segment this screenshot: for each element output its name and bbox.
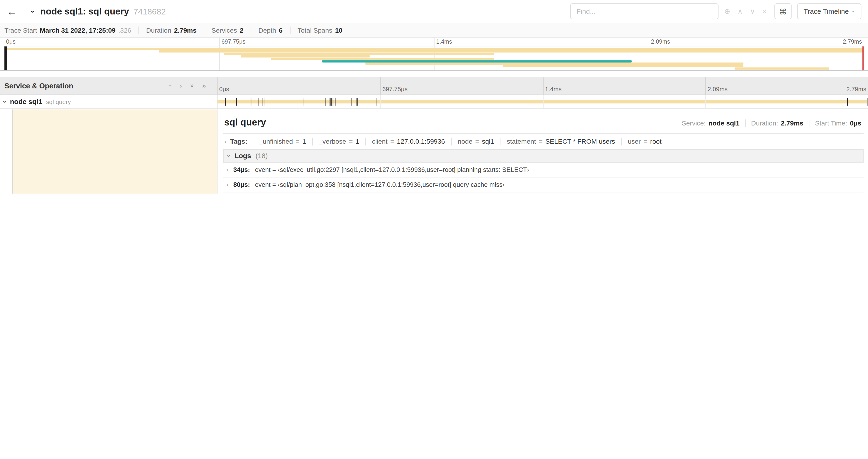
trace-summary-item: Depth6 xyxy=(251,26,290,34)
minimap-canvas[interactable] xyxy=(4,46,864,71)
span-meta-item: Duration:2.79ms xyxy=(745,120,809,127)
logs-list: ›34μs:event = ‹sql/exec_util.go:2297 [ns… xyxy=(223,163,864,194)
grid-line xyxy=(543,95,543,108)
logs-count: (18) xyxy=(255,152,268,160)
span-detail-panel: sql query Service:node sql1Duration:2.79… xyxy=(223,113,864,194)
tags-row[interactable]: › Tags: _unfinished=1_verbose=1client=12… xyxy=(223,134,864,149)
expand-all-icon[interactable]: » xyxy=(202,82,206,90)
summary-label: Total Spans xyxy=(298,26,332,34)
timeline-minimap: 0μs697.75μs1.4ms2.09ms2.79ms xyxy=(0,38,868,71)
view-selector-label: Trace Timeline xyxy=(804,7,849,15)
tag-key: user xyxy=(628,138,641,145)
log-marker-tick xyxy=(225,98,226,106)
collapse-one-icon[interactable]: › xyxy=(166,85,174,87)
equals-sign: = xyxy=(475,138,479,145)
tag-item: client=127.0.0.1:59936 xyxy=(365,138,451,145)
axis-tick-label: 2.09ms xyxy=(651,38,670,45)
content-area: sql query Service:node sql1Duration:2.79… xyxy=(0,109,868,194)
locate-icon[interactable]: ⊕ xyxy=(724,7,730,15)
log-entry[interactable]: ›142μs:event = ‹sql/catalog/lease/descri… xyxy=(223,192,864,194)
summary-value: 2 xyxy=(240,26,244,34)
equals-sign: = xyxy=(644,138,648,145)
trace-summary-item: Services2 xyxy=(204,26,251,34)
tag-key: statement xyxy=(507,138,536,145)
trace-summary-item: Trace StartMarch 31 2022, 17:25:09.326 xyxy=(4,26,138,34)
log-event-text: event = ‹sql/exec_util.go:2297 [nsql1,cl… xyxy=(255,166,529,173)
summary-value: 2.79ms xyxy=(174,26,197,34)
tag-item: _verbose=1 xyxy=(312,138,365,145)
meta-label: Duration: xyxy=(751,120,778,127)
logs-title: Logs xyxy=(235,152,251,160)
tags-list: _unfinished=1_verbose=1client=127.0.0.1:… xyxy=(253,138,668,145)
minimap-left-scrubber[interactable] xyxy=(4,46,7,71)
span-detail-title: sql query xyxy=(224,117,266,128)
log-marker-tick xyxy=(352,98,352,106)
log-marker-tick xyxy=(251,98,251,106)
log-marker-tick xyxy=(847,98,848,106)
log-marker-tick xyxy=(258,98,259,106)
equals-sign: = xyxy=(391,138,394,145)
trace-summary-item: Total Spans10 xyxy=(290,26,349,34)
collapse-all-icon[interactable]: » xyxy=(188,84,196,88)
equals-sign: = xyxy=(349,138,353,145)
minimap-span-bar xyxy=(271,58,494,60)
log-entry[interactable]: ›80μs:event = ‹sql/plan_opt.go:358 [nsql… xyxy=(223,177,864,192)
selected-span-tint xyxy=(13,109,217,194)
equals-sign: = xyxy=(296,138,300,145)
back-button[interactable]: ← xyxy=(6,3,25,20)
log-entry[interactable]: ›34μs:event = ‹sql/exec_util.go:2297 [ns… xyxy=(223,163,864,177)
span-operation-name: sql query xyxy=(46,98,71,105)
minimap-span-bar xyxy=(4,48,864,50)
summary-value: March 31 2022, 17:25:09 xyxy=(40,26,116,34)
grid-line xyxy=(543,77,543,95)
timeline-ruler[interactable]: 0μs697.75μs1.4ms2.09ms2.79ms xyxy=(217,77,868,95)
meta-value: node sql1 xyxy=(708,120,739,127)
axis-tick-label: 2.09ms xyxy=(708,86,728,92)
span-detail-header: sql query Service:node sql1Duration:2.79… xyxy=(223,113,864,134)
span-row-name-cell[interactable]: › node sql1 sql query xyxy=(0,95,217,108)
page-title: node sql1: sql query xyxy=(40,6,129,17)
keyboard-shortcuts-button[interactable]: ⌘ xyxy=(774,3,792,19)
trace-collapse-chevron-icon[interactable]: › xyxy=(29,10,38,12)
log-marker-tick xyxy=(325,98,326,106)
axis-tick-label: 2.79ms xyxy=(846,86,866,92)
minimap-span-bar xyxy=(322,60,632,62)
minimap-span-bar xyxy=(159,51,864,53)
trace-timeline-page: ← › node sql1: sql query 7418682 ⊕ ∧ ∨ ×… xyxy=(0,0,868,194)
trace-summary-bar: Trace StartMarch 31 2022, 17:25:09.326Du… xyxy=(0,23,868,38)
service-operation-title: Service & Operation xyxy=(4,81,169,90)
next-result-icon[interactable]: ∨ xyxy=(750,7,755,15)
minimap-span-bar xyxy=(503,65,743,67)
chevron-down-icon: › xyxy=(850,10,857,12)
minimap-divider xyxy=(0,70,868,71)
logs-header[interactable]: › Logs (18) xyxy=(223,149,864,163)
span-duration-bar[interactable] xyxy=(217,100,867,103)
minimap-span-bar xyxy=(223,53,494,55)
axis-tick-label: 1.4ms xyxy=(436,38,452,45)
trace-id: 7418682 xyxy=(133,6,166,16)
collapse-controls: › › » » xyxy=(169,82,206,90)
summary-value-fraction: .326 xyxy=(118,26,131,34)
minimap-span-bar xyxy=(735,68,829,70)
log-marker-tick xyxy=(357,98,358,106)
find-input[interactable] xyxy=(570,3,719,19)
trace-view-selector-button[interactable]: Trace Timeline › xyxy=(797,3,862,19)
span-meta-item: Service:node sql1 xyxy=(676,120,745,127)
log-timestamp: 34μs: xyxy=(233,166,250,173)
tag-key: node xyxy=(458,138,472,145)
service-operation-header: Service & Operation › › » » xyxy=(0,77,217,95)
prev-result-icon[interactable]: ∧ xyxy=(738,7,743,15)
minimap-right-scrubber[interactable] xyxy=(862,46,864,71)
tag-value: 1 xyxy=(302,138,306,145)
expand-one-icon[interactable]: › xyxy=(180,82,182,90)
span-expand-chevron-icon: › xyxy=(1,101,9,103)
summary-label: Services xyxy=(211,26,237,34)
span-detail-area: sql query Service:node sql1Duration:2.79… xyxy=(217,109,868,194)
clear-search-icon[interactable]: × xyxy=(762,7,767,15)
minimap-span-bar xyxy=(241,56,370,58)
summary-value: 6 xyxy=(279,26,283,34)
tag-value: sql1 xyxy=(482,138,494,145)
tags-label: Tags: xyxy=(230,138,247,145)
span-timeline-cell[interactable] xyxy=(217,95,868,108)
span-service-name: node sql1 xyxy=(10,98,42,106)
